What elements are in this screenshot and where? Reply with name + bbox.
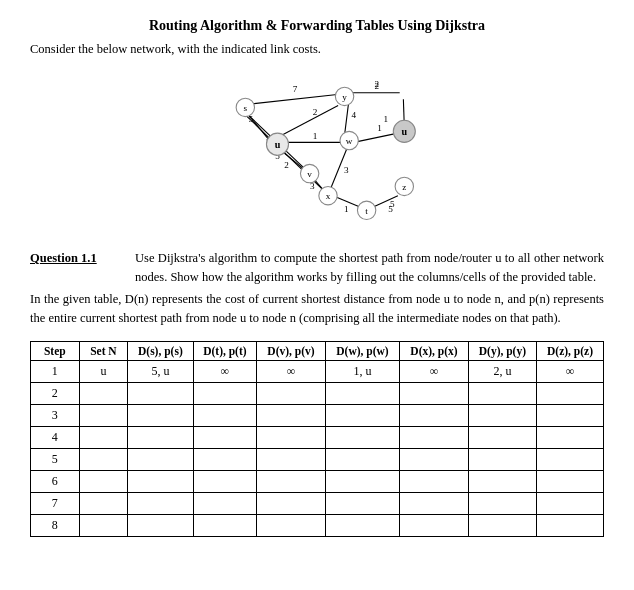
svg-text:t: t bbox=[365, 206, 368, 216]
cell-dz bbox=[537, 492, 604, 514]
cell-dw: 1, u bbox=[325, 360, 400, 382]
cell-set-n bbox=[79, 514, 128, 536]
network-graph: 5 1 2 2 3 7 4 2 1 3 1 5 3 bbox=[177, 67, 457, 237]
svg-text:5: 5 bbox=[390, 199, 395, 209]
table-row: 3 bbox=[31, 404, 604, 426]
cell-dx bbox=[400, 448, 468, 470]
cell-ds bbox=[128, 514, 193, 536]
question-body: In the given table, D(n) represents the … bbox=[30, 290, 604, 329]
svg-text:7: 7 bbox=[293, 84, 298, 94]
cell-step: 5 bbox=[31, 448, 80, 470]
cell-dv bbox=[257, 470, 325, 492]
cell-dy bbox=[468, 514, 536, 536]
svg-text:1: 1 bbox=[377, 123, 382, 133]
graph-container: 5 1 2 2 3 7 4 2 1 3 1 5 3 bbox=[30, 67, 604, 237]
cell-ds bbox=[128, 492, 193, 514]
col-header-ds: D(s), p(s) bbox=[128, 341, 193, 360]
cell-dy bbox=[468, 492, 536, 514]
cell-dx bbox=[400, 470, 468, 492]
table-row: 8 bbox=[31, 514, 604, 536]
cell-dv bbox=[257, 448, 325, 470]
cell-set-n: u bbox=[79, 360, 128, 382]
cell-dt: ∞ bbox=[193, 360, 257, 382]
cell-set-n bbox=[79, 404, 128, 426]
cell-dt bbox=[193, 492, 257, 514]
svg-text:2: 2 bbox=[313, 107, 318, 117]
svg-text:u: u bbox=[401, 126, 407, 137]
cell-dy: 2, u bbox=[468, 360, 536, 382]
cell-ds bbox=[128, 382, 193, 404]
cell-ds bbox=[128, 448, 193, 470]
svg-line-10 bbox=[253, 95, 338, 104]
cell-dz bbox=[537, 448, 604, 470]
cell-step: 2 bbox=[31, 382, 80, 404]
cell-ds bbox=[128, 426, 193, 448]
col-header-dw: D(w), p(w) bbox=[325, 341, 400, 360]
cell-dt bbox=[193, 448, 257, 470]
cell-dx bbox=[400, 404, 468, 426]
cell-dt bbox=[193, 426, 257, 448]
col-header-dz: D(z), p(z) bbox=[537, 341, 604, 360]
cell-set-n bbox=[79, 492, 128, 514]
svg-text:v: v bbox=[307, 169, 312, 179]
cell-dv bbox=[257, 404, 325, 426]
cell-step: 1 bbox=[31, 360, 80, 382]
cell-dw bbox=[325, 404, 400, 426]
col-header-dv: D(v), p(v) bbox=[257, 341, 325, 360]
table-row: 6 bbox=[31, 470, 604, 492]
cell-dv bbox=[257, 382, 325, 404]
cell-dx bbox=[400, 382, 468, 404]
svg-text:2: 2 bbox=[284, 160, 289, 170]
subtitle: Consider the below network, with the ind… bbox=[30, 42, 604, 57]
cell-dz bbox=[537, 470, 604, 492]
svg-text:u: u bbox=[275, 139, 281, 150]
cell-dy bbox=[468, 448, 536, 470]
cell-step: 4 bbox=[31, 426, 80, 448]
svg-line-20 bbox=[337, 197, 361, 207]
cell-ds bbox=[128, 404, 193, 426]
cell-dw bbox=[325, 382, 400, 404]
table-row: 5 bbox=[31, 448, 604, 470]
cell-dw bbox=[325, 426, 400, 448]
svg-text:4: 4 bbox=[351, 110, 356, 120]
cell-step: 3 bbox=[31, 404, 80, 426]
svg-text:1: 1 bbox=[313, 131, 318, 141]
cell-step: 6 bbox=[31, 470, 80, 492]
cell-dx bbox=[400, 426, 468, 448]
cell-dv: ∞ bbox=[257, 360, 325, 382]
col-header-dt: D(t), p(t) bbox=[193, 341, 257, 360]
svg-text:x: x bbox=[326, 191, 331, 201]
cell-dz bbox=[537, 404, 604, 426]
table-row: 4 bbox=[31, 426, 604, 448]
cell-dv bbox=[257, 426, 325, 448]
cell-dt bbox=[193, 382, 257, 404]
svg-text:w: w bbox=[346, 136, 353, 146]
cell-dw bbox=[325, 470, 400, 492]
page-title: Routing Algorithm & Forwarding Tables Us… bbox=[30, 18, 604, 34]
cell-ds: 5, u bbox=[128, 360, 193, 382]
cell-set-n bbox=[79, 448, 128, 470]
cell-dv bbox=[257, 514, 325, 536]
cell-dw bbox=[325, 492, 400, 514]
svg-line-16 bbox=[354, 133, 398, 142]
table-row: 7 bbox=[31, 492, 604, 514]
cell-step: 7 bbox=[31, 492, 80, 514]
cell-ds bbox=[128, 470, 193, 492]
col-header-setn: Set N bbox=[79, 341, 128, 360]
cell-set-n bbox=[79, 470, 128, 492]
col-header-dy: D(y), p(y) bbox=[468, 341, 536, 360]
question-text: Use Dijkstra's algorithm to compute the … bbox=[135, 249, 604, 288]
svg-text:s: s bbox=[244, 103, 248, 113]
cell-dy bbox=[468, 404, 536, 426]
cell-dy bbox=[468, 382, 536, 404]
cell-dt bbox=[193, 470, 257, 492]
cell-dw bbox=[325, 448, 400, 470]
col-header-dx: D(x), p(x) bbox=[400, 341, 468, 360]
svg-text:3: 3 bbox=[344, 165, 349, 175]
cell-dy bbox=[468, 470, 536, 492]
svg-text:1: 1 bbox=[344, 204, 349, 214]
cell-dw bbox=[325, 514, 400, 536]
cell-set-n bbox=[79, 382, 128, 404]
svg-text:1: 1 bbox=[384, 114, 389, 124]
cell-dx: ∞ bbox=[400, 360, 468, 382]
